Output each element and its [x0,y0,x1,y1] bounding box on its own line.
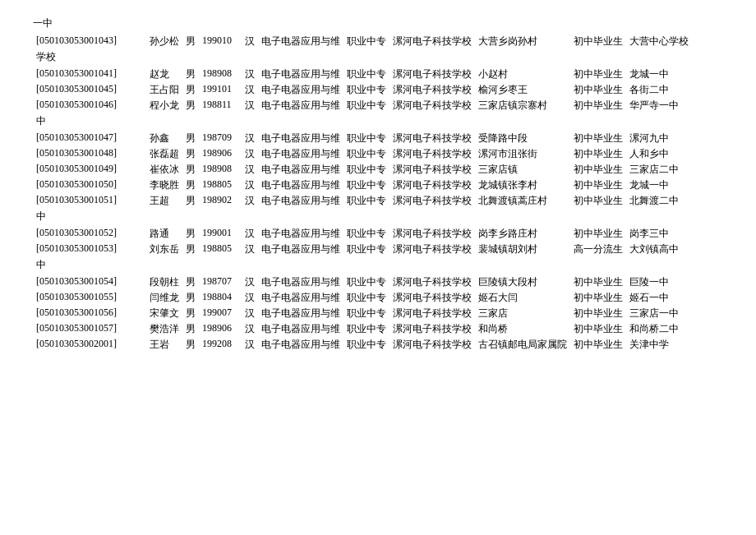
table-row: [050103053001046]程小龙男198811汉电子电器应用与维职业中专… [33,98,723,113]
table-row: [050103053001056]宋肇文男199007汉电子电器应用与维职业中专… [33,306,723,321]
table-row-continuation: 学校 [33,49,723,67]
table-row: [050103053001057]樊浩洋男198906汉电子电器应用与维职业中专… [33,321,723,337]
table-row-continuation: 中 [33,209,723,226]
table-row: [050103053001041]赵龙男198908汉电子电器应用与维职业中专漯… [33,67,723,82]
table-row: [050103053001051]王超男198902汉电子电器应用与维职业中专漯… [33,193,723,209]
table-row: [050103053002001]王岩男199208汉电子电器应用与维职业中专漯… [33,337,723,353]
table-row: [050103053001047]孙鑫男198709汉电子电器应用与维职业中专漯… [33,131,723,146]
table-row: [050103053001052]路通男199001汉电子电器应用与维职业中专漯… [33,226,723,242]
table-row: [050103053001048]张磊超男198906汉电子电器应用与维职业中专… [33,146,723,162]
table-row: [050103053001050]李晓胜男198805汉电子电器应用与维职业中专… [33,178,723,193]
table-row: [050103053001053]刘东岳男198805汉电子电器应用与维职业中专… [33,242,723,257]
table-row-continuation: 中 [33,113,723,131]
table-row: [050103053001049]崔依冰男198908汉电子电器应用与维职业中专… [33,162,723,178]
table-row: [050103053001055]闫维龙男198804汉电子电器应用与维职业中专… [33,290,723,306]
table-row: [050103053001043]孙少松男199010汉电子电器应用与维职业中专… [33,34,723,49]
header-note: 一中 [33,16,723,30]
data-table: [050103053001043]孙少松男199010汉电子电器应用与维职业中专… [33,34,723,353]
main-content: 一中 [050103053001043]孙少松男199010汉电子电器应用与维职… [33,16,723,353]
table-row: [050103053001045]王占阳男199101汉电子电器应用与维职业中专… [33,82,723,98]
table-row-continuation: 中 [33,257,723,274]
table-row: [050103053001054]段朝柱男198707汉电子电器应用与维职业中专… [33,274,723,290]
